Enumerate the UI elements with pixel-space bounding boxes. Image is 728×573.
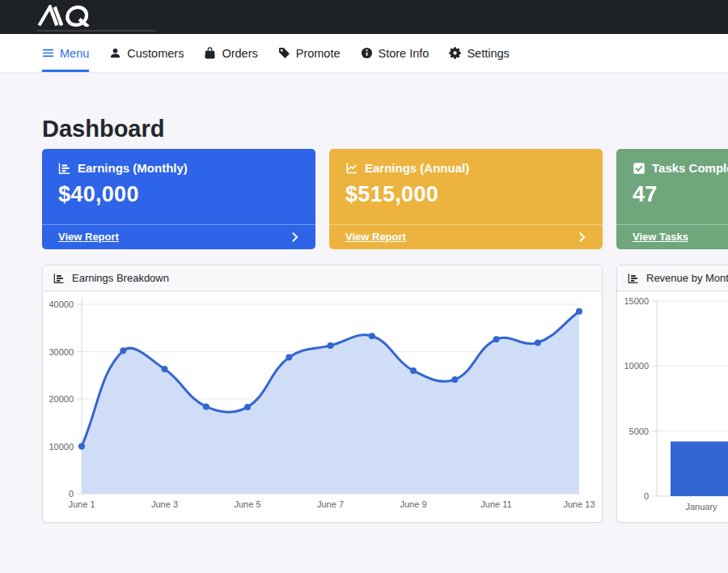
panel-earnings-breakdown: Earnings Breakdown 010000200003000040000…: [42, 265, 603, 523]
brand-logo-icon: [37, 5, 103, 27]
svg-text:June 5: June 5: [234, 499, 260, 509]
nav-item-settings[interactable]: Settings: [449, 34, 509, 72]
svg-text:20000: 20000: [49, 394, 74, 404]
dashboard-screen: Menu Customers Orders Promote: [0, 0, 728, 523]
svg-text:10000: 10000: [49, 442, 74, 452]
revenue-by-month-bar-chart: 050001000015000January: [617, 291, 728, 522]
card-value: 47: [633, 182, 728, 207]
panel-header: Earnings Breakdown: [43, 265, 602, 291]
main-nav: Menu Customers Orders Promote: [0, 34, 728, 73]
svg-text:40000: 40000: [49, 299, 74, 309]
panel-revenue-by-month: Revenue by Month 050001000015000January: [616, 265, 728, 523]
panel-title: Revenue by Month: [646, 272, 728, 284]
brand-logo[interactable]: [37, 5, 103, 27]
card-value: $515,000: [345, 182, 586, 207]
svg-text:June 13: June 13: [563, 499, 595, 509]
card-title: Earnings (Annual): [365, 161, 469, 175]
card-title: Earnings (Monthly): [78, 161, 188, 175]
nav-item-label: Settings: [467, 47, 509, 60]
svg-text:June 1: June 1: [68, 499, 95, 509]
nav-item-label: Menu: [60, 47, 89, 60]
svg-text:June 11: June 11: [480, 499, 511, 509]
nav-item-label: Store Info: [379, 47, 430, 60]
check-square-icon: [633, 162, 645, 175]
hamburger-icon: [42, 47, 54, 59]
nav-item-orders[interactable]: Orders: [204, 34, 257, 72]
card-value: $40,000: [58, 182, 299, 207]
card-tasks-completed: Tasks Completed 47 View Tasks: [616, 149, 728, 249]
chart-line-icon: [345, 162, 358, 175]
panel-body: 050001000015000January: [617, 291, 728, 522]
view-report-label: View Report: [345, 231, 406, 243]
panel-header: Revenue by Month: [617, 265, 728, 291]
svg-text:0: 0: [644, 491, 649, 501]
page-title: Dashboard: [42, 115, 728, 142]
nav-item-store-info[interactable]: Store Info: [361, 34, 430, 72]
panel-title: Earnings Breakdown: [72, 272, 169, 284]
view-report-link[interactable]: View Report: [329, 224, 603, 249]
svg-text:June 9: June 9: [400, 499, 426, 509]
view-tasks-label: View Tasks: [633, 231, 688, 243]
svg-text:10000: 10000: [624, 361, 649, 371]
stat-cards-row: Earnings (Monthly) $40,000 View Report: [42, 149, 728, 249]
svg-text:0: 0: [69, 489, 74, 499]
view-report-link[interactable]: View Report: [42, 224, 315, 249]
content: Dashboard Earnings (Monthly) $40,000 Vie…: [0, 115, 728, 523]
brand-underline: [37, 30, 155, 32]
topbar: [0, 0, 728, 34]
svg-text:January: January: [685, 502, 717, 511]
bag-icon: [204, 47, 216, 59]
svg-text:30000: 30000: [49, 347, 74, 357]
svg-text:June 3: June 3: [151, 499, 178, 509]
svg-text:5000: 5000: [629, 427, 649, 436]
chart-bar-icon: [58, 162, 71, 175]
svg-text:15000: 15000: [624, 296, 649, 306]
nav-item-menu[interactable]: Menu: [42, 34, 89, 72]
chevron-right-icon: [578, 232, 586, 242]
card-earnings-monthly: Earnings (Monthly) $40,000 View Report: [42, 149, 315, 249]
view-report-label: View Report: [58, 231, 119, 243]
chevron-right-icon: [291, 232, 299, 242]
card-earnings-annual: Earnings (Annual) $515,000 View Report: [329, 149, 603, 249]
person-icon: [109, 47, 121, 59]
svg-text:June 7: June 7: [317, 499, 344, 509]
earnings-breakdown-line-chart: 010000200003000040000June 1June 3June 5J…: [43, 291, 602, 522]
tag-icon: [278, 47, 290, 59]
gear-icon: [449, 47, 461, 59]
nav-item-label: Orders: [222, 47, 257, 60]
view-tasks-link[interactable]: View Tasks: [616, 224, 728, 249]
card-title: Tasks Completed: [652, 161, 728, 175]
panel-body: 010000200003000040000June 1June 3June 5J…: [43, 291, 602, 522]
nav-item-promote[interactable]: Promote: [278, 34, 341, 72]
nav-item-label: Customers: [127, 47, 184, 60]
chart-bar-icon: [53, 273, 65, 284]
info-circle-icon: [361, 47, 373, 59]
chart-bar-icon: [628, 273, 639, 284]
charts-row: Earnings Breakdown 010000200003000040000…: [42, 265, 728, 523]
nav-item-label: Promote: [296, 47, 341, 60]
nav-item-customers[interactable]: Customers: [109, 34, 184, 72]
